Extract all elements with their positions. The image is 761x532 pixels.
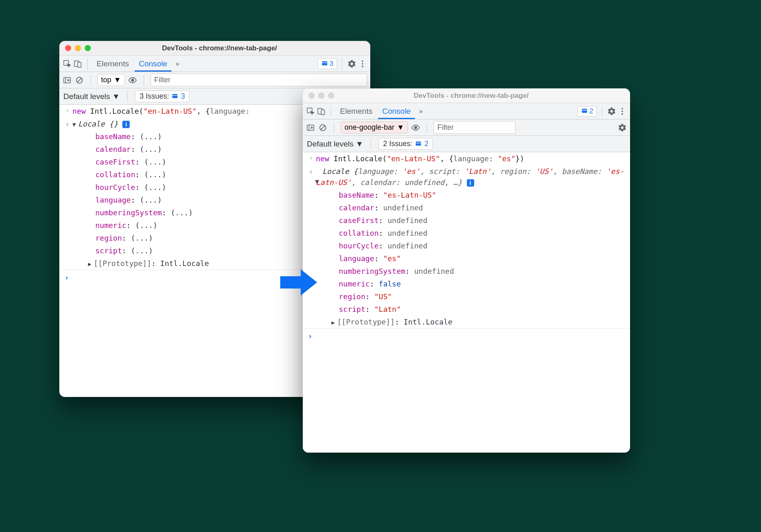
minimize-icon[interactable]	[75, 45, 81, 51]
execution-context[interactable]: one-google-bar ▼	[341, 122, 408, 133]
issues-badge: 3	[181, 92, 185, 101]
filter-input[interactable]: Filter	[434, 121, 516, 134]
more-tabs-icon[interactable]: »	[173, 60, 182, 68]
kebab-icon[interactable]	[358, 59, 367, 68]
property-row[interactable]: baseName: "es-Latn-US"	[316, 189, 627, 201]
close-icon[interactable]	[308, 92, 315, 99]
svg-point-5	[362, 63, 363, 65]
chevron-down-icon: ▼	[114, 76, 121, 84]
issues-button[interactable]: 3 Issues: 3	[135, 90, 189, 102]
svg-rect-21	[416, 142, 421, 146]
property-row[interactable]: caseFirst: undefined	[316, 215, 627, 226]
tab-console[interactable]: Console	[135, 56, 171, 72]
tab-elements[interactable]: Elements	[336, 104, 376, 119]
svg-rect-13	[321, 110, 324, 115]
issues-counter[interactable]: 2	[577, 106, 597, 117]
property-row[interactable]: region: "US"	[316, 291, 627, 302]
property-row[interactable]: hourCycle: undefined	[316, 240, 627, 251]
info-icon[interactable]: i	[467, 179, 474, 187]
levels-bar: Default levels ▼ 2 Issues: 2	[303, 136, 630, 152]
console-output[interactable]: › new Intl.Locale("en-Latn-US", {languag…	[303, 152, 630, 453]
sidebar-toggle-icon[interactable]	[306, 123, 315, 132]
issues-count: 2	[590, 107, 593, 115]
context-label: top	[101, 76, 111, 84]
inspect-icon[interactable]	[306, 107, 315, 116]
device-toggle-icon[interactable]	[73, 59, 82, 68]
issues-count: 3	[330, 60, 333, 68]
divider	[127, 91, 128, 102]
divider	[342, 59, 342, 69]
clear-console-icon[interactable]	[318, 123, 327, 132]
svg-point-6	[362, 65, 363, 67]
arrow-icon	[278, 266, 319, 300]
main-toolbar: Elements Console » 3	[59, 56, 370, 72]
svg-rect-2	[78, 62, 81, 67]
maximize-icon[interactable]	[328, 92, 334, 99]
chevron-down-icon: ▼	[397, 123, 404, 132]
property-row[interactable]: script: "Latn"	[316, 304, 627, 315]
devtools-window-right: DevTools - chrome://new-tab-page/ Elemen…	[303, 88, 630, 453]
svg-point-16	[621, 110, 623, 112]
inspect-icon[interactable]	[63, 59, 72, 68]
device-toggle-icon[interactable]	[317, 107, 326, 116]
property-row[interactable]: numberingSystem: undefined	[316, 266, 627, 277]
svg-point-4	[362, 60, 363, 62]
divider	[331, 106, 331, 117]
svg-rect-3	[322, 61, 327, 65]
console-toolbar: one-google-bar ▼ Filter	[303, 119, 630, 136]
svg-rect-14	[582, 109, 587, 113]
property-row[interactable]: collation: undefined	[316, 228, 627, 239]
main-toolbar: Elements Console » 2	[303, 103, 630, 119]
titlebar[interactable]: DevTools - chrome://new-tab-page/	[303, 88, 630, 103]
console-prompt[interactable]: ›	[303, 328, 630, 343]
svg-point-20	[414, 126, 417, 129]
property-row[interactable]: calendar: undefined	[316, 202, 627, 213]
console-toolbar: top ▼ Filter	[59, 72, 370, 88]
titlebar[interactable]: DevTools - chrome://new-tab-page/	[59, 41, 370, 56]
issues-counter[interactable]: 3	[317, 59, 337, 69]
context-label: one-google-bar	[344, 123, 394, 132]
eye-icon[interactable]	[128, 76, 137, 85]
console-result-summary[interactable]: Locale {language: 'es', script: 'Latn', …	[316, 166, 627, 188]
more-tabs-icon[interactable]: »	[417, 107, 425, 115]
issues-badge: 2	[424, 140, 428, 148]
divider	[334, 122, 334, 133]
window-title: DevTools - chrome://new-tab-page/	[91, 44, 365, 52]
svg-point-9	[131, 79, 134, 81]
tab-elements[interactable]: Elements	[92, 56, 133, 72]
svg-point-17	[621, 113, 623, 115]
prototype-row[interactable]: ▶[[Prototype]]: Intl.Locale	[316, 316, 627, 327]
svg-rect-10	[172, 94, 178, 98]
issues-label: 3 Issues:	[140, 92, 169, 101]
levels-dropdown[interactable]: Default levels ▼	[63, 92, 120, 101]
property-row[interactable]: language: "es"	[316, 253, 627, 264]
minimize-icon[interactable]	[318, 92, 324, 99]
gear-icon[interactable]	[347, 59, 356, 68]
maximize-icon[interactable]	[85, 45, 91, 51]
svg-point-15	[621, 108, 623, 109]
sidebar-toggle-icon[interactable]	[63, 76, 72, 85]
divider	[427, 122, 427, 133]
issues-label: 2 Issues:	[383, 140, 412, 148]
issues-button[interactable]: 2 Issues: 2	[378, 138, 433, 150]
traffic-lights	[65, 45, 91, 51]
levels-dropdown[interactable]: Default levels ▼	[307, 140, 363, 149]
property-row[interactable]: numeric: false	[316, 278, 627, 289]
close-icon[interactable]	[65, 45, 71, 51]
filter-input[interactable]: Filter	[151, 74, 367, 86]
divider	[90, 75, 91, 86]
tab-console[interactable]: Console	[378, 104, 415, 119]
window-title: DevTools - chrome://new-tab-page/	[334, 92, 624, 100]
info-icon[interactable]: i	[122, 121, 130, 128]
eye-icon[interactable]	[411, 123, 420, 132]
kebab-icon[interactable]	[618, 107, 627, 116]
divider	[87, 59, 88, 69]
execution-context[interactable]: top ▼	[97, 74, 125, 86]
divider	[371, 139, 371, 149]
traffic-lights	[308, 92, 334, 99]
divider	[602, 106, 602, 117]
gear-icon[interactable]	[607, 107, 616, 116]
clear-console-icon[interactable]	[75, 76, 84, 85]
gear-icon[interactable]	[618, 123, 627, 132]
console-input-line: new Intl.Locale("en-Latn-US", {language:…	[316, 153, 627, 164]
